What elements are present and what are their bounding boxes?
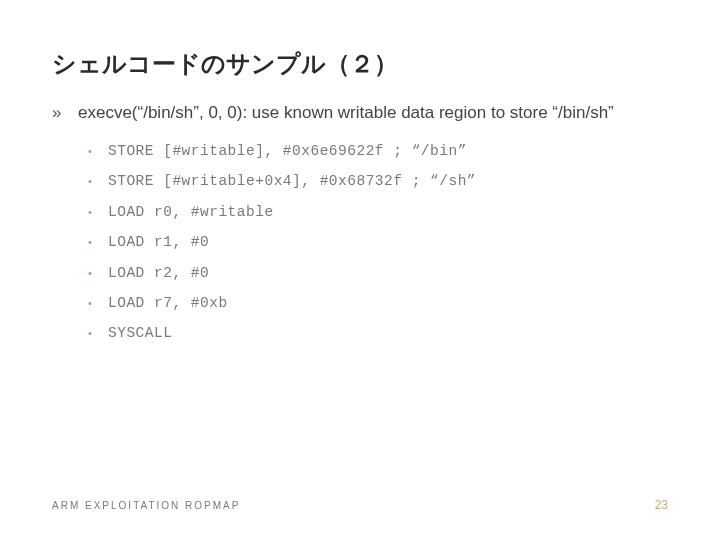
slide-footer: ARM EXPLOITATION ROPMAP 23 xyxy=(52,498,668,512)
list-item: • LOAD r2, #0 xyxy=(88,265,668,281)
list-item: • LOAD r0, #writable xyxy=(88,204,668,220)
slide-title: シェルコードのサンプル（２） xyxy=(52,48,668,80)
bullet-icon: • xyxy=(88,326,108,341)
code-line: STORE [#writable+0x4], #0x68732f ; “/sh” xyxy=(108,173,476,189)
code-line: LOAD r1, #0 xyxy=(108,234,209,250)
slide: シェルコードのサンプル（２） » execve(“/bin/sh”, 0, 0)… xyxy=(0,0,720,540)
main-bullet-item: » execve(“/bin/sh”, 0, 0): use known wri… xyxy=(52,102,668,125)
bullet-icon: • xyxy=(88,235,108,250)
bullet-icon: • xyxy=(88,144,108,159)
code-line: LOAD r7, #0xb xyxy=(108,295,228,311)
page-number: 23 xyxy=(655,498,668,512)
list-item: • LOAD r7, #0xb xyxy=(88,295,668,311)
bullet-icon: • xyxy=(88,205,108,220)
code-line: SYSCALL xyxy=(108,325,172,341)
list-item: • STORE [#writable+0x4], #0x68732f ; “/s… xyxy=(88,173,668,189)
list-item: • SYSCALL xyxy=(88,325,668,341)
code-line: STORE [#writable], #0x6e69622f ; “/bin” xyxy=(108,143,467,159)
list-item: • STORE [#writable], #0x6e69622f ; “/bin… xyxy=(88,143,668,159)
chevron-icon: » xyxy=(52,102,78,125)
main-bullet-text: execve(“/bin/sh”, 0, 0): use known writa… xyxy=(78,102,668,125)
code-line: LOAD r0, #writable xyxy=(108,204,274,220)
footer-title: ARM EXPLOITATION ROPMAP xyxy=(52,500,240,511)
bullet-icon: • xyxy=(88,174,108,189)
code-line: LOAD r2, #0 xyxy=(108,265,209,281)
bullet-icon: • xyxy=(88,296,108,311)
bullet-icon: • xyxy=(88,266,108,281)
code-list: • STORE [#writable], #0x6e69622f ; “/bin… xyxy=(88,143,668,342)
list-item: • LOAD r1, #0 xyxy=(88,234,668,250)
